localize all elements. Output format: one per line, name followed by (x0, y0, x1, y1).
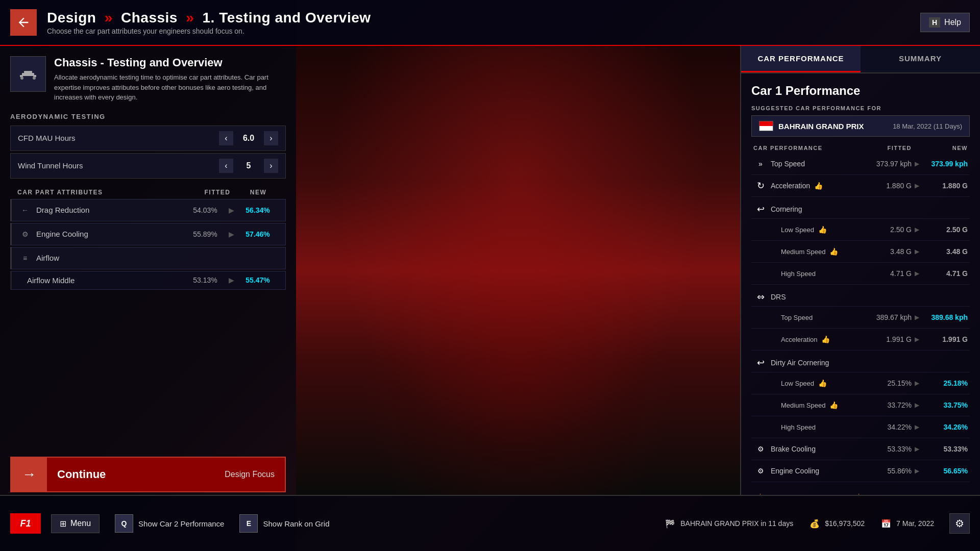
race-badge: BAHRAIN GRAND PRIX 18 Mar, 2022 (11 Days… (751, 115, 970, 137)
cfd-increase-button[interactable]: › (264, 131, 278, 145)
svg-rect-3 (24, 71, 32, 73)
header-subtitle: Choose the car part attributes your engi… (47, 27, 910, 35)
right-content: Car 1 Performance SUGGESTED CAR PERFORMA… (741, 73, 980, 494)
cornering-med-new: 3.48 G (922, 247, 968, 256)
drs-topspeed-icon (753, 310, 768, 324)
dirty-low-icon (753, 376, 768, 390)
dirty-high-new: 34.26% (922, 423, 968, 431)
drs-icon: ⇔ (753, 290, 768, 304)
engine-cooling-icon: ⚙ (19, 228, 31, 240)
perf-col-new: NEW (922, 145, 968, 151)
q-key[interactable]: Q (115, 514, 133, 533)
accel-arrow: ▶ (912, 182, 922, 189)
attr-row-airflow-middle[interactable]: Airflow Middle 53.13% ▶ 55.47% (10, 271, 286, 290)
wind-label: Wind Tunnel Hours (18, 161, 219, 170)
cornering-med-label: Medium Speed 👍 (771, 247, 866, 256)
cornering-low-new: 2.50 G (922, 226, 968, 234)
accel-thumb: 👍 (814, 182, 823, 190)
dirty-low-arrow: ▶ (912, 380, 922, 387)
drag-reduction-new: 56.34% (237, 206, 278, 214)
continue-button[interactable]: → Continue Design Focus (10, 457, 286, 492)
engine-cooling-label: Engine Cooling (36, 230, 185, 238)
back-button[interactable] (10, 9, 37, 36)
perf-row-acceleration: ↻ Acceleration 👍 1.880 G ▶ 1.880 G (751, 175, 970, 197)
cornering-high-fitted: 4.71 G (866, 269, 912, 278)
wind-slider-row: Wind Tunnel Hours ‹ 5 › (10, 153, 286, 179)
dirty-med-arrow: ▶ (912, 402, 922, 409)
wind-increase-button[interactable]: › (264, 159, 278, 173)
race-date: 18 Mar, 2022 (11 Days) (893, 122, 962, 130)
cornering-low-icon (753, 222, 768, 237)
cornering-high-label: High Speed (771, 270, 866, 278)
airflow-middle-new: 55.47% (237, 276, 278, 284)
airflow-icon: ≡ (19, 252, 31, 264)
drs-accel-icon (753, 332, 768, 346)
dirty-high-fitted: 34.22% (866, 423, 912, 431)
tab-car-performance[interactable]: CAR PERFORMANCE (741, 46, 861, 72)
e-key[interactable]: E (239, 514, 258, 533)
attr-row-airflow[interactable]: ≡ Airflow (10, 247, 286, 269)
topspeed-new: 373.99 kph (922, 160, 968, 168)
drag-reduction-label: Drag Reduction (36, 206, 185, 214)
settings-button[interactable]: ⚙ (949, 513, 970, 534)
sep1: » (105, 10, 113, 26)
drs-accel-new: 1.991 G (922, 335, 968, 343)
race-info-item: 🏁 BAHRAIN GRAND PRIX in 11 days (664, 517, 793, 530)
e-shortcut: E Show Rank on Grid (239, 514, 329, 533)
perf-row-dirty-med: Medium Speed 👍 33.72% ▶ 33.75% (751, 394, 970, 416)
cfd-label: CFD MAU Hours (18, 134, 219, 142)
drs-accel-label: Acceleration 👍 (771, 335, 866, 343)
bottom-info: 🏁 BAHRAIN GRAND PRIX in 11 days 💰 $16,97… (664, 513, 970, 534)
race-info-icon: 🏁 (664, 517, 676, 530)
perf-row-dirty-low: Low Speed 👍 25.15% ▶ 25.18% (751, 372, 970, 394)
date-icon: 📅 (880, 517, 892, 530)
attr-row-engine-cooling[interactable]: ⚙ Engine Cooling 55.89% ▶ 57.46% (10, 223, 286, 245)
cfd-decrease-button[interactable]: ‹ (219, 131, 233, 145)
attr-row-drag[interactable]: ← Drag Reduction 54.03% ▶ 56.34% (10, 199, 286, 221)
cornering-low-fitted: 2.50 G (866, 226, 912, 234)
cfd-slider-row: CFD MAU Hours ‹ 6.0 › (10, 126, 286, 151)
help-key: H (929, 17, 940, 28)
dirty-med-label: Medium Speed 👍 (771, 401, 866, 409)
dirty-low-fitted: 25.15% (866, 379, 912, 387)
section-info: Chassis - Testing and Overview Allocate … (54, 56, 286, 103)
breadcrumb-testing: 1. Testing and Overview (203, 10, 371, 26)
f1-logo: F1 (10, 513, 41, 534)
dirty-med-icon (753, 398, 768, 412)
brake-fitted: 53.33% (866, 445, 912, 453)
perf-row-cornering-low: Low Speed 👍 2.50 G ▶ 2.50 G (751, 219, 970, 241)
engine-cooling-fitted: 55.89% (185, 230, 226, 238)
header-title-area: Design » Chassis » 1. Testing and Overvi… (47, 10, 910, 35)
perf-row-dirty-header: ↩ Dirty Air Cornering (751, 350, 970, 372)
settings-icon: ⚙ (955, 517, 964, 530)
wind-decrease-button[interactable]: ‹ (219, 159, 233, 173)
engine-cool-right-fitted: 55.86% (866, 467, 912, 475)
money-icon: 💰 (808, 517, 821, 530)
help-button[interactable]: H Help (920, 13, 970, 32)
sep2: » (186, 10, 194, 26)
tab-summary[interactable]: SUMMARY (861, 46, 980, 72)
dirty-med-fitted: 33.72% (866, 401, 912, 409)
engine-cooling-arrow: ▶ (229, 230, 234, 238)
perf-row-cornering-high: High Speed 4.71 G ▶ 4.71 G (751, 263, 970, 285)
airflow-middle-label: Airflow Middle (27, 276, 185, 285)
perf-row-dirty-high: High Speed 34.22% ▶ 34.26% (751, 416, 970, 438)
breadcrumb-chassis: Chassis (121, 10, 178, 26)
attrs-header: CAR PART ATTRIBUTES FITTED NEW (10, 189, 286, 196)
back-icon (16, 15, 31, 30)
engine-cooling-new: 57.46% (237, 230, 278, 238)
breadcrumb-design: Design (47, 10, 96, 26)
cornering-med-fitted: 3.48 G (866, 247, 912, 256)
right-tabs: CAR PERFORMANCE SUMMARY (741, 46, 980, 73)
legend-crucial-icon: 👍 (854, 493, 863, 494)
perf-row-cornering-med: Medium Speed 👍 3.48 G ▶ 3.48 G (751, 241, 970, 263)
continue-arrow-icon: → (11, 457, 47, 492)
right-panel: CAR PERFORMANCE SUMMARY Car 1 Performanc… (740, 46, 980, 495)
menu-button[interactable]: ⊞ Menu (51, 514, 100, 533)
section-header: Chassis - Testing and Overview Allocate … (10, 56, 286, 103)
dirty-icon: ↩ (753, 356, 768, 370)
cornering-med-arrow: ▶ (912, 248, 922, 255)
dirty-low-thumb: 👍 (818, 379, 827, 387)
engine-cool-right-label: Engine Cooling (771, 467, 866, 475)
drag-reduction-icon: ← (19, 204, 31, 216)
